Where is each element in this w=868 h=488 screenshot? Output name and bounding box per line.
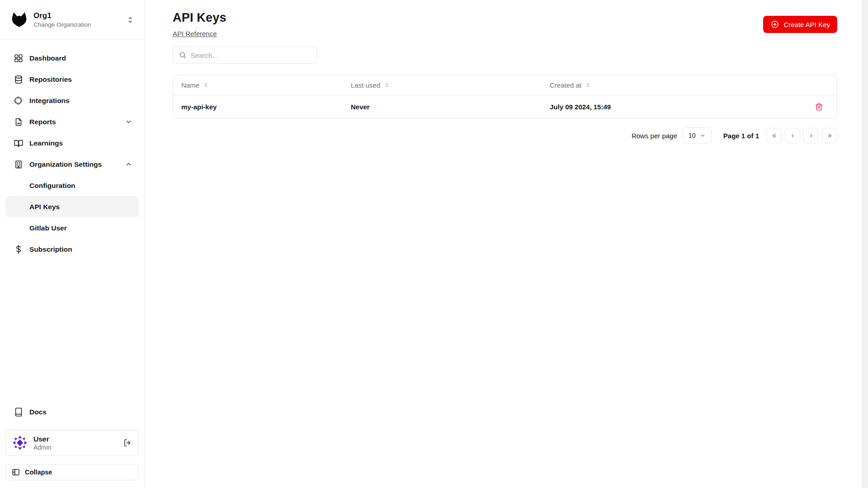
sidebar-item-dashboard[interactable]: Dashboard	[5, 47, 139, 69]
search-icon	[179, 51, 187, 59]
grid-icon	[14, 53, 24, 63]
change-organization-label[interactable]: Change Organization	[33, 21, 91, 28]
sort-icon	[384, 82, 390, 88]
cell-last-used: Never	[343, 103, 542, 111]
chevrons-left-icon	[771, 132, 778, 139]
sidebar-item-label: Subscription	[29, 245, 72, 253]
previous-page-button[interactable]	[785, 128, 800, 143]
database-icon	[14, 75, 24, 84]
sidebar-item-label: API Keys	[29, 203, 60, 211]
logout-icon	[123, 438, 132, 447]
sidebar: Org1 Change Organization Dashboard	[0, 0, 145, 488]
chevrons-up-down-icon	[126, 16, 134, 24]
column-header-name[interactable]: Name	[173, 81, 343, 89]
sidebar-item-configuration[interactable]: Configuration	[5, 175, 139, 196]
chevron-down-icon	[699, 132, 706, 139]
org-name: Org1	[33, 11, 91, 20]
sidebar-item-label: Reports	[29, 118, 56, 126]
file-chart-icon	[14, 117, 24, 127]
sort-icon	[585, 82, 591, 88]
api-keys-table: Name Last used Created at my-api-key	[173, 75, 837, 118]
column-label: Created at	[550, 81, 581, 89]
sort-icon	[203, 82, 209, 88]
table-header-row: Name Last used Created at	[173, 75, 837, 95]
chevron-left-icon	[789, 132, 796, 139]
sidebar-item-organization-settings[interactable]: Organization Settings	[5, 154, 139, 175]
sidebar-item-docs[interactable]: Docs	[5, 401, 139, 422]
sidebar-item-label: Integrations	[29, 97, 70, 105]
column-label: Name	[181, 81, 199, 89]
sidebar-item-gitlab-user[interactable]: Gitlab User	[5, 217, 139, 239]
cell-name: my-api-key	[173, 103, 343, 111]
sidebar-item-label: Repositories	[29, 75, 72, 84]
user-role: Admin	[33, 444, 118, 451]
sidebar-item-label: Dashboard	[29, 54, 66, 62]
sidebar-item-label: Learnings	[29, 139, 63, 147]
sidebar-item-integrations[interactable]: Integrations	[5, 90, 139, 111]
dollar-icon	[14, 244, 24, 254]
org-logo-icon	[11, 12, 28, 28]
search-input[interactable]	[191, 52, 311, 59]
puzzle-icon	[14, 96, 24, 106]
sidebar-item-api-keys[interactable]: API Keys	[5, 196, 139, 217]
rows-per-page-label: Rows per page	[632, 132, 677, 140]
first-page-button[interactable]	[766, 128, 782, 143]
book-icon	[14, 407, 24, 417]
user-name: User	[33, 435, 118, 443]
chevrons-right-icon	[826, 132, 833, 139]
trash-icon	[815, 103, 823, 111]
chevron-right-icon	[808, 132, 815, 139]
column-header-last-used[interactable]: Last used	[343, 81, 542, 89]
org-switcher[interactable]: Org1 Change Organization	[0, 0, 144, 40]
sidebar-bottom: Docs User Admin	[0, 401, 144, 488]
cell-created-at: July 09 2024, 15:49	[542, 103, 801, 111]
collapse-label: Collapse	[25, 469, 52, 476]
table-row: my-api-key Never July 09 2024, 15:49	[173, 95, 837, 118]
chevron-down-icon	[125, 118, 132, 126]
page-title: API Keys	[173, 11, 226, 25]
create-api-key-label: Create API Key	[783, 21, 830, 28]
rows-per-page-select[interactable]: 10	[683, 127, 712, 144]
user-card[interactable]: User Admin	[5, 430, 139, 456]
main-content: API Keys API Reference Create API Key Na…	[145, 0, 862, 488]
book-open-icon	[14, 138, 24, 148]
last-page-button[interactable]	[822, 128, 837, 143]
sidebar-item-subscription[interactable]: Subscription	[5, 239, 139, 260]
sidebar-item-learnings[interactable]: Learnings	[5, 132, 139, 154]
sidebar-item-label: Docs	[29, 408, 47, 416]
scrollbar-track[interactable]	[862, 0, 868, 488]
sidebar-item-label: Organization Settings	[29, 160, 102, 169]
sidebar-item-reports[interactable]: Reports	[5, 111, 139, 132]
search-box	[173, 47, 317, 64]
pagination-bar: Rows per page 10 Page 1 of 1	[173, 127, 837, 144]
api-reference-link[interactable]: API Reference	[173, 30, 217, 38]
plus-circle-icon	[770, 20, 779, 29]
org-switch-button[interactable]	[126, 16, 134, 24]
column-header-created-at[interactable]: Created at	[542, 81, 801, 89]
delete-api-key-button[interactable]	[815, 103, 823, 111]
next-page-button[interactable]	[803, 128, 819, 143]
collapse-sidebar-button[interactable]: Collapse	[5, 464, 139, 480]
building-icon	[14, 160, 24, 169]
avatar	[11, 434, 28, 451]
chevron-up-icon	[125, 160, 132, 168]
sidebar-item-label: Gitlab User	[29, 224, 67, 232]
page-info: Page 1 of 1	[723, 132, 759, 140]
logout-button[interactable]	[123, 438, 132, 447]
sidebar-nav: Dashboard Repositories Integrations	[0, 40, 144, 260]
column-label: Last used	[351, 81, 380, 89]
rows-per-page-value: 10	[689, 132, 696, 139]
sidebar-item-label: Configuration	[29, 182, 75, 190]
create-api-key-button[interactable]: Create API Key	[763, 16, 837, 33]
sidebar-item-repositories[interactable]: Repositories	[5, 69, 139, 90]
panel-collapse-icon	[11, 468, 20, 477]
